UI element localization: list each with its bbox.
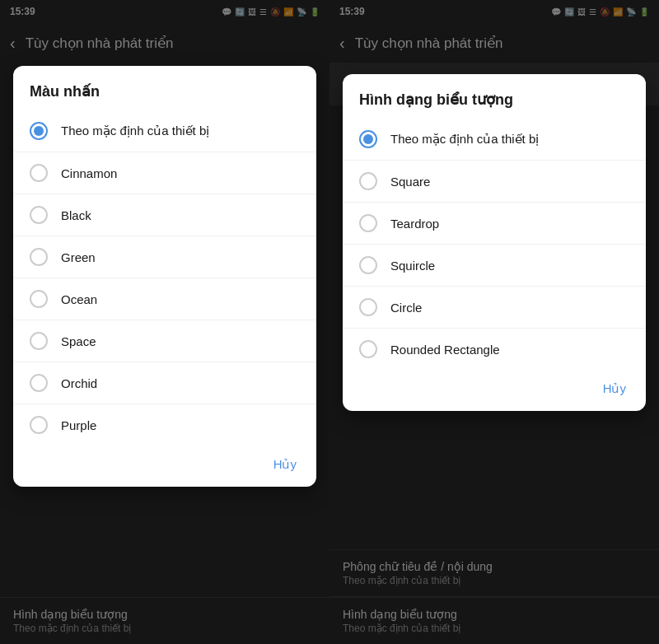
cancel-button-shape[interactable]: Hủy xyxy=(596,378,633,399)
color-option-black[interactable]: Black xyxy=(13,194,316,236)
color-label-cinnamon: Cinnamon xyxy=(61,166,117,180)
shape-label-square: Square xyxy=(390,175,430,189)
cancel-button-color[interactable]: Hủy xyxy=(267,454,303,475)
radio-squircle xyxy=(359,256,377,274)
shape-options-list: Theo mặc định của thiết bị Square Teardr… xyxy=(343,119,646,370)
shape-option-square[interactable]: Square xyxy=(343,160,646,202)
radio-circle xyxy=(359,298,377,316)
dialog-footer-color: Hủy xyxy=(13,446,316,487)
shape-label-squircle: Squircle xyxy=(390,259,435,273)
color-options-list: Theo mặc định của thiết bị Cinnamon Blac… xyxy=(13,110,316,446)
right-panel: 15:39 💬 🔄 🖼 ☰ 🔕 📶 📡 🔋 ‹ Tùy chọn nhà phá… xyxy=(330,0,659,644)
color-option-ocean[interactable]: Ocean xyxy=(13,278,316,320)
radio-square xyxy=(359,172,377,190)
shape-option-squircle[interactable]: Squircle xyxy=(343,244,646,286)
radio-purple xyxy=(30,416,48,434)
shape-option-rounded-rect[interactable]: Rounded Rectangle xyxy=(343,328,646,370)
radio-rounded-rect xyxy=(359,340,377,358)
shape-dialog: Hình dạng biểu tượng Theo mặc định của t… xyxy=(343,74,646,411)
shape-label-teardrop: Teardrop xyxy=(390,217,439,231)
color-dialog: Màu nhấn Theo mặc định của thiết bị Cinn… xyxy=(13,66,316,487)
color-label-ocean: Ocean xyxy=(61,292,97,306)
radio-default-shape xyxy=(359,130,377,148)
color-option-green[interactable]: Green xyxy=(13,236,316,278)
shape-label-default: Theo mặc định của thiết bị xyxy=(390,132,539,147)
color-label-default: Theo mặc định của thiết bị xyxy=(61,124,209,138)
dialog-title-color: Màu nhấn xyxy=(13,66,316,110)
radio-black xyxy=(30,206,48,224)
radio-ocean xyxy=(30,290,48,308)
shape-option-default[interactable]: Theo mặc định của thiết bị xyxy=(343,119,646,160)
left-panel: 15:39 💬 🔄 🖼 ☰ 🔕 📶 📡 🔋 ‹ Tùy chọn nhà phá… xyxy=(0,0,330,644)
color-option-space[interactable]: Space xyxy=(13,320,316,362)
dialog-title-shape: Hình dạng biểu tượng xyxy=(343,74,646,119)
radio-cinnamon xyxy=(30,164,48,182)
color-label-green: Green xyxy=(61,250,96,264)
color-label-orchid: Orchid xyxy=(61,376,97,390)
radio-teardrop xyxy=(359,214,377,232)
color-label-black: Black xyxy=(61,208,91,222)
shape-label-rounded-rect: Rounded Rectangle xyxy=(390,343,500,357)
color-option-orchid[interactable]: Orchid xyxy=(13,362,316,404)
color-option-purple[interactable]: Purple xyxy=(13,404,316,446)
color-option-cinnamon[interactable]: Cinnamon xyxy=(13,152,316,194)
shape-label-circle: Circle xyxy=(390,301,422,315)
radio-space xyxy=(30,332,48,350)
radio-green xyxy=(30,248,48,266)
color-option-default[interactable]: Theo mặc định của thiết bị xyxy=(13,110,316,152)
shape-option-circle[interactable]: Circle xyxy=(343,286,646,328)
color-label-purple: Purple xyxy=(61,418,96,432)
color-label-space: Space xyxy=(61,334,96,348)
dialog-footer-shape: Hủy xyxy=(343,370,646,411)
shape-option-teardrop[interactable]: Teardrop xyxy=(343,202,646,244)
radio-orchid xyxy=(30,374,48,392)
radio-default-color xyxy=(30,122,48,140)
